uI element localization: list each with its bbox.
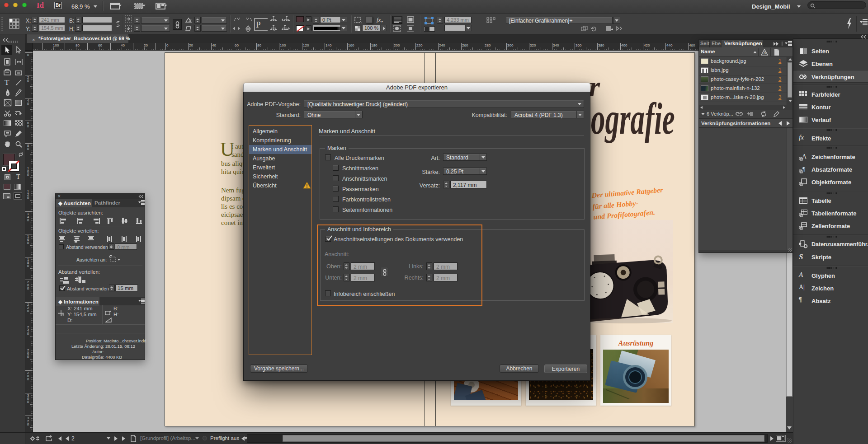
svg-text:A: A	[802, 153, 807, 160]
svg-text:¶: ¶	[802, 165, 805, 172]
svg-text:A: A	[764, 51, 767, 55]
